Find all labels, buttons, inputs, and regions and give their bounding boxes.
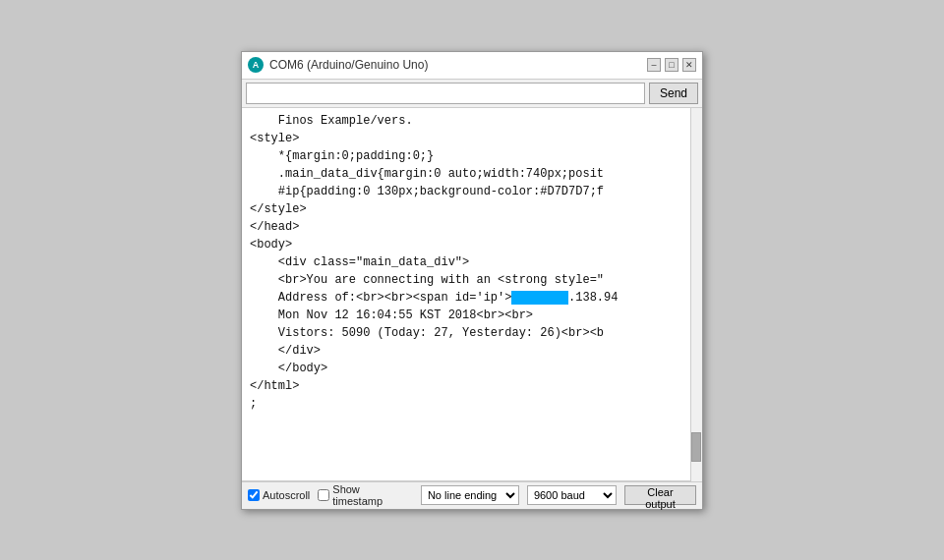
list-item: .main_data_div{margin:0 auto;width:740px… [250, 165, 688, 183]
scrollbar-track[interactable] [690, 108, 702, 481]
line-ending-select[interactable]: No line ending Newline Carriage return B… [421, 485, 519, 505]
list-item: Address of:<br><br><span id='ip'> .138.9… [250, 289, 688, 307]
list-item: </head> [250, 218, 688, 236]
baud-rate-select[interactable]: 300 baud 1200 baud 2400 baud 4800 baud 9… [527, 485, 617, 505]
output-area: Finos Example/vers. <style> *{margin:0;p… [242, 108, 702, 481]
list-item: ; [250, 395, 688, 413]
send-button[interactable]: Send [649, 83, 698, 104]
serial-output: Finos Example/vers. <style> *{margin:0;p… [242, 108, 702, 481]
window-title: COM6 (Arduino/Genuino Uno) [269, 58, 428, 72]
toolbar: Send [242, 80, 702, 108]
minimize-button[interactable]: – [647, 58, 661, 72]
autoscroll-label: Autoscroll [263, 489, 310, 501]
timestamp-checkbox[interactable] [318, 489, 329, 501]
autoscroll-group: Autoscroll [248, 489, 310, 501]
titlebar-left: A COM6 (Arduino/Genuino Uno) [248, 57, 428, 73]
list-item: </style> [250, 200, 688, 218]
list-item: </div> [250, 342, 688, 360]
list-item: *{margin:0;padding:0;} [250, 147, 688, 165]
list-item: </html> [250, 377, 688, 395]
arduino-serial-monitor: A COM6 (Arduino/Genuino Uno) – □ ✕ Send … [241, 51, 703, 510]
send-input[interactable] [246, 83, 645, 104]
list-item: <div class="main_data_div"> [250, 253, 688, 271]
arduino-icon: A [248, 57, 264, 73]
list-item: <style> [250, 130, 688, 147]
list-item: </body> [250, 360, 688, 377]
list-item: Vistors: 5090 (Today: 27, Yesterday: 26)… [250, 324, 688, 342]
close-button[interactable]: ✕ [682, 58, 696, 72]
highlight-span [511, 291, 568, 305]
timestamp-group: Show timestamp [318, 483, 405, 507]
clear-output-button[interactable]: Clear output [624, 485, 696, 505]
list-item: <br>You are connecting with an <strong s… [250, 271, 688, 289]
statusbar: Autoscroll Show timestamp No line ending… [242, 481, 702, 509]
timestamp-label: Show timestamp [332, 483, 405, 507]
titlebar-controls: – □ ✕ [647, 58, 696, 72]
maximize-button[interactable]: □ [665, 58, 678, 72]
autoscroll-checkbox[interactable] [248, 489, 260, 501]
list-item: Mon Nov 12 16:04:55 KST 2018<br><br> [250, 307, 688, 324]
list-item: <body> [250, 236, 688, 253]
list-item: Finos Example/vers. [250, 112, 688, 130]
titlebar: A COM6 (Arduino/Genuino Uno) – □ ✕ [242, 52, 702, 80]
scrollbar-thumb[interactable] [691, 432, 701, 462]
list-item: #ip{padding:0 130px;background-color:#D7… [250, 183, 688, 200]
